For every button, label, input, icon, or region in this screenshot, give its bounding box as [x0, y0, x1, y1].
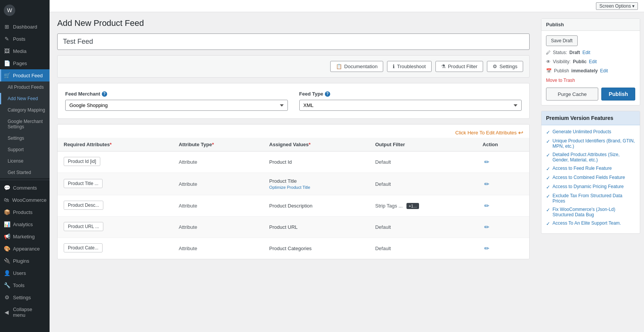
- sidebar-item-get-started[interactable]: Get Started: [0, 167, 50, 178]
- posts-icon: ✎: [4, 36, 10, 42]
- sidebar-item-settings-sub[interactable]: Settings: [0, 132, 50, 144]
- premium-feature-link[interactable]: Fix WooCommerce's (Json-Ld) Structured D…: [552, 207, 635, 217]
- sidebar-item-posts[interactable]: ✎ Posts: [0, 33, 50, 45]
- dashboard-icon: ⊞: [4, 24, 10, 30]
- attr-name-badge: Product Id [id]: [64, 157, 100, 166]
- sidebar-item-collapse[interactable]: ◀ Collapse menu: [0, 303, 50, 321]
- premium-feature-link[interactable]: Access to Combined Fields Feature: [552, 175, 625, 180]
- status-label: Status:: [553, 50, 567, 55]
- premium-feature-link[interactable]: Access To An Elite Support Team.: [552, 220, 621, 226]
- product-filter-button[interactable]: ⚗ Product Filter: [435, 61, 483, 72]
- optimize-link[interactable]: Optimize Product Title: [269, 185, 363, 190]
- save-draft-button[interactable]: Save Draft: [546, 35, 578, 46]
- sidebar-item-license[interactable]: License: [0, 155, 50, 167]
- attr-assigned: Product Title Optimize Product Title: [263, 173, 369, 195]
- check-icon: ✓: [546, 129, 550, 135]
- list-item: ✓ Unique Product Identifiers (Brand, GTI…: [546, 138, 635, 149]
- sidebar-item-support[interactable]: Support: [0, 144, 50, 155]
- sidebar-item-products[interactable]: 📦 Products: [0, 206, 50, 218]
- attr-name-badge: Product Desc...: [64, 201, 103, 210]
- feed-merchant-label: Feed Merchant ?: [65, 91, 288, 97]
- screen-options-button[interactable]: Screen Options ▾: [596, 2, 638, 10]
- sidebar-item-comments[interactable]: 💬 Comments: [0, 182, 50, 194]
- check-icon: ✓: [546, 139, 550, 144]
- wordpress-logo: W: [4, 5, 15, 16]
- sidebar-item-label: Collapse menu: [13, 306, 46, 318]
- edit-row-button[interactable]: ✏: [483, 222, 491, 232]
- type-help-icon[interactable]: ?: [325, 91, 330, 97]
- publish-button[interactable]: Publish: [601, 88, 635, 101]
- filter-icon: ⚗: [441, 64, 446, 69]
- sidebar-item-media[interactable]: 🖼 Media: [0, 45, 50, 57]
- settings-button[interactable]: ⚙ Settings: [487, 61, 523, 72]
- list-item: ✓ Generate Unlimited Products: [546, 129, 635, 135]
- feed-type-label: Feed Type ?: [299, 91, 522, 97]
- check-icon: ✓: [546, 221, 550, 227]
- sidebar-item-users[interactable]: 👤 Users: [0, 267, 50, 279]
- sidebar-item-category-mapping[interactable]: Category Mapping: [0, 104, 50, 116]
- table-row: Product Cate... Attribute Product Catego…: [58, 238, 529, 259]
- attr-assigned: Product Categories: [263, 238, 369, 259]
- sidebar-item-add-new[interactable]: Add New Feed: [0, 93, 50, 104]
- feed-type-select[interactable]: XML CSV TSV TXT: [299, 100, 522, 111]
- feed-name-input[interactable]: [57, 34, 530, 50]
- sidebar-item-analytics[interactable]: 📊 Analytics: [0, 218, 50, 230]
- move-to-trash-link[interactable]: Move to Trash: [546, 78, 575, 83]
- submenu-label: Get Started: [8, 170, 31, 175]
- sidebar-item-all-feeds[interactable]: All Product Feeds: [0, 81, 50, 93]
- list-item: ✓ Access To An Elite Support Team.: [546, 220, 635, 227]
- sidebar-item-label: Dashboard: [13, 24, 37, 30]
- attr-type: Attribute: [173, 173, 263, 195]
- edit-row-button[interactable]: ✏: [483, 179, 491, 189]
- merchant-help-icon[interactable]: ?: [102, 91, 107, 97]
- sidebar-item-appearance[interactable]: 🎨 Appearance: [0, 243, 50, 255]
- premium-feature-link[interactable]: Detailed Product Attributes (Size, Gende…: [552, 152, 635, 163]
- visibility-edit-link[interactable]: Edit: [589, 59, 597, 64]
- attr-filter: Strip Tags ... +1...: [369, 195, 477, 217]
- attr-type: Attribute: [173, 217, 263, 238]
- sidebar-item-settings[interactable]: ⚙ Settings: [0, 291, 50, 303]
- edit-row-button[interactable]: ✏: [483, 201, 491, 211]
- sidebar-item-label: Appearance: [13, 246, 40, 252]
- pages-icon: 📄: [4, 60, 10, 66]
- submenu-label: Support: [8, 147, 24, 152]
- sidebar-item-woocommerce[interactable]: 🛍 WooCommerce: [0, 194, 50, 206]
- edit-row-button[interactable]: ✏: [483, 243, 491, 254]
- edit-attributes-link[interactable]: Click Here To Edit Attributes ↩: [455, 129, 523, 136]
- sidebar-item-dashboard[interactable]: ⊞ Dashboard: [0, 21, 50, 33]
- premium-feature-link[interactable]: Unique Product Identifiers (Brand, GTIN,…: [552, 138, 635, 149]
- sidebar-item-label: Tools: [13, 283, 24, 288]
- sidebar-item-google-merchant[interactable]: Google Merchant Settings: [0, 116, 50, 132]
- sidebar-item-product-feed[interactable]: 🛒 Product Feed: [0, 69, 50, 81]
- edit-row-button[interactable]: ✏: [483, 157, 491, 167]
- sidebar-item-marketing[interactable]: 📢 Marketing: [0, 230, 50, 243]
- sidebar: W ⊞ Dashboard ✎ Posts 🖼 Media 📄 Pages 🛒 …: [0, 0, 50, 332]
- feed-merchant-select[interactable]: Google Shopping Facebook Pinterest Bing …: [65, 100, 288, 111]
- troubleshoot-button[interactable]: ℹ Troubleshoot: [387, 61, 431, 72]
- premium-feature-link[interactable]: Access to Dynamic Pricing Feature: [552, 184, 624, 189]
- sidebar-item-label: Marketing: [13, 234, 35, 239]
- submenu-label: Settings: [8, 136, 24, 141]
- premium-feature-link[interactable]: Access to Feed Rule Feature: [552, 166, 612, 171]
- sidebar-logo: W: [0, 0, 50, 21]
- premium-feature-link[interactable]: Exclude Tax From Structured Data Prices: [552, 193, 635, 204]
- col-type: Attribute Type*: [173, 138, 263, 152]
- right-sidebar: Publish Save Draft 🖊 Status: Draft Edit …: [537, 12, 644, 332]
- status-icon: 🖊: [546, 50, 551, 55]
- sidebar-item-pages[interactable]: 📄 Pages: [0, 57, 50, 69]
- sidebar-item-label: Posts: [13, 36, 26, 42]
- attr-filter: Default: [369, 173, 477, 195]
- sidebar-item-label: Pages: [13, 61, 27, 66]
- publish-edit-link[interactable]: Edit: [600, 68, 608, 73]
- status-edit-link[interactable]: Edit: [582, 50, 590, 55]
- purge-cache-button[interactable]: Purge Cache: [546, 88, 598, 101]
- list-item: ✓ Access to Feed Rule Feature: [546, 166, 635, 172]
- sidebar-item-label: Analytics: [13, 222, 33, 227]
- documentation-button[interactable]: 📋 Documentation: [330, 61, 383, 72]
- premium-feature-link[interactable]: Generate Unlimited Products: [552, 129, 611, 134]
- table-row: Product Desc... Attribute Product Descri…: [58, 195, 529, 217]
- sidebar-item-tools[interactable]: 🔧 Tools: [0, 279, 50, 291]
- submenu-label: License: [8, 158, 23, 164]
- sidebar-item-plugins[interactable]: 🔌 Plugins: [0, 255, 50, 267]
- attr-name-badge: Product URL ...: [64, 222, 103, 231]
